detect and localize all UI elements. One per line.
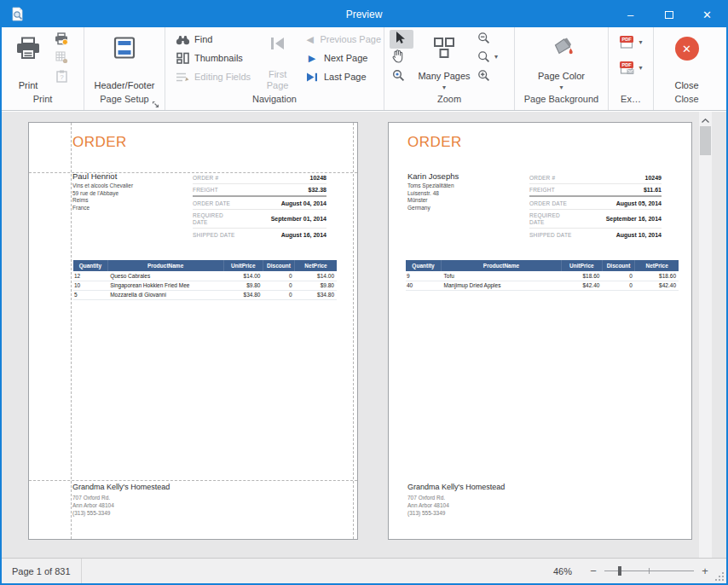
editing-fields-icon: [175, 72, 190, 83]
print-group-label: Print: [2, 94, 84, 110]
printer-icon: [15, 37, 41, 63]
info-value: 10249: [645, 175, 662, 181]
company-address-line: 707 Oxford Rd.: [407, 494, 505, 501]
customer-address-line: 59 rue de l'Abbaye: [72, 190, 133, 198]
customer-name: Karin Josephs: [407, 171, 459, 181]
info-label: SHIPPED DATE: [529, 232, 572, 238]
table-row: 10Singaporean Hokkien Fried Mee$9.800$9.…: [73, 281, 337, 290]
svg-text:PDF: PDF: [622, 37, 633, 42]
page-setup-dialog-launcher-icon[interactable]: [152, 97, 160, 106]
report-page-2[interactable]: ORDER Karin Josephs Toms Spezialitäten L…: [388, 122, 692, 540]
scrollbar-thumb[interactable]: [700, 126, 711, 155]
maximize-icon: [665, 11, 673, 19]
status-bar: Page 1 of 831 46% − +: [2, 558, 726, 583]
quick-print-button[interactable]: [51, 31, 72, 49]
export-pdf-dropdown-icon: ▾: [638, 39, 642, 46]
info-value: $11.61: [644, 187, 662, 193]
last-page-button[interactable]: Last Page: [302, 67, 384, 86]
zoom-out-button[interactable]: [475, 30, 511, 49]
ribbon-group-page-setup: Header/Footer Page Setup: [84, 27, 165, 110]
zoom-slider-center-tick: [649, 568, 650, 574]
close-preview-button[interactable]: ✕ Close: [663, 30, 711, 94]
ribbon-group-export: PDF ▾ PDF ▾ Ex…: [609, 27, 654, 110]
resize-grip[interactable]: [715, 572, 724, 581]
margin-guide-left: [71, 123, 72, 539]
col-header-productname: ProductName: [107, 260, 223, 271]
find-button[interactable]: Find: [172, 30, 258, 49]
zoom-in-plus-button[interactable]: +: [699, 565, 711, 577]
company-address-line: Ann Arbor 48104: [407, 501, 505, 509]
customer-address-line: Reims: [72, 197, 133, 205]
col-header-unitprice: UnitPrice: [561, 260, 602, 271]
pointer-tool-button[interactable]: [390, 30, 413, 49]
customer-address-line: Toms Spezialitäten: [407, 182, 459, 190]
info-label: ORDER #: [193, 175, 218, 181]
preview-window: Preview – ✕ Print: [0, 0, 728, 585]
export-pdf-button[interactable]: PDF ▾: [616, 34, 644, 53]
thumbnails-button[interactable]: Thumbnails: [172, 49, 258, 67]
company-name: Grandma Kelly's Homestead: [407, 483, 505, 491]
header-footer-button[interactable]: Header/Footer: [89, 30, 160, 94]
magnifier-tool-button[interactable]: [390, 67, 413, 86]
zoom-dropdown-button[interactable]: ▾: [475, 49, 511, 67]
maximize-button[interactable]: [650, 2, 688, 27]
print-options-button[interactable]: [51, 49, 72, 68]
scroll-up-button[interactable]: [699, 112, 712, 125]
table-header-row: Quantity ProductName UnitPrice Discount …: [73, 260, 337, 271]
info-label: FREIGHT: [193, 187, 218, 193]
info-value: August 05, 2014: [616, 200, 662, 206]
zoom-icon: [477, 50, 490, 67]
editing-fields-label: Editing Fields: [194, 72, 251, 82]
previous-page-button[interactable]: ◀ Previous Page: [302, 30, 384, 49]
page-background-group-label: Page Background: [515, 94, 608, 110]
print-button[interactable]: Print: [9, 30, 48, 94]
info-value: September 01, 2014: [271, 216, 326, 222]
margin-guide-right: [353, 123, 354, 539]
minimize-button[interactable]: –: [611, 2, 650, 27]
company-name: Grandma Kelly's Homestead: [72, 483, 170, 491]
next-page-icon: ▶: [304, 53, 320, 64]
company-address-line: Ann Arbor 48104: [72, 501, 170, 509]
page-color-button[interactable]: Page Color ▾: [520, 30, 604, 94]
next-page-button[interactable]: ▶ Next Page: [302, 49, 384, 67]
header-footer-label: Header/Footer: [95, 80, 155, 91]
zoom-slider-thumb[interactable]: [618, 566, 621, 576]
company-phone: (313) 555-3349: [407, 509, 505, 517]
first-page-button[interactable]: First Page: [258, 30, 297, 94]
info-value: 10248: [310, 175, 326, 181]
close-group-label: Close: [654, 94, 719, 110]
send-pdf-email-button[interactable]: PDF ▾: [616, 60, 644, 78]
zoom-out-minus-button[interactable]: −: [587, 565, 599, 577]
table-header-row: Quantity ProductName UnitPrice Discount …: [406, 260, 679, 271]
many-pages-button[interactable]: Many Pages ▾: [413, 30, 475, 94]
editing-fields-button[interactable]: Editing Fields: [172, 67, 258, 86]
export-group-label: Ex…: [609, 94, 653, 110]
ribbon-group-zoom: Many Pages ▾ ▾ Zoom: [384, 27, 515, 110]
ribbon-group-page-background: Page Color ▾ Page Background: [515, 27, 609, 110]
first-page-label: First Page: [263, 69, 292, 91]
info-label: REQUIRED DATE: [529, 212, 563, 226]
vertical-scrollbar[interactable]: [699, 112, 712, 558]
hand-tool-button[interactable]: [390, 49, 413, 67]
window-close-button[interactable]: ✕: [688, 2, 726, 27]
document-properties-button[interactable]: ?: [51, 68, 72, 87]
order-info-panel: ORDER #10249 FREIGHT$11.61 ORDER DATEAug…: [529, 171, 662, 241]
many-pages-dropdown-icon: ▾: [442, 84, 446, 91]
ribbon-group-close: ✕ Close Close: [654, 27, 719, 110]
report-footer: Grandma Kelly's Homestead 707 Oxford Rd.…: [407, 483, 505, 517]
order-info-panel: ORDER #10248 FREIGHT$32.38 ORDER DATEAug…: [193, 171, 326, 241]
header-footer-icon: [113, 37, 136, 62]
order-items-table: Quantity ProductName UnitPrice Discount …: [73, 260, 337, 300]
page-color-label: Page Color: [538, 71, 585, 82]
report-page-1[interactable]: ORDER Paul Henriot Vins et alcools Cheva…: [28, 122, 358, 540]
customer-name: Paul Henriot: [72, 171, 133, 181]
clipboard-question-icon: ?: [56, 70, 67, 86]
zoom-slider[interactable]: [604, 565, 694, 577]
order-items-table: Quantity ProductName UnitPrice Discount …: [406, 260, 679, 291]
table-row: 9Tofu$18.600$18.60: [406, 271, 679, 281]
next-page-label: Next Page: [324, 53, 367, 63]
send-pdf-dropdown-icon: ▾: [638, 65, 642, 72]
table-row: 40Manjimup Dried Apples$42.400$42.40: [406, 281, 679, 290]
zoom-in-button[interactable]: [475, 67, 511, 86]
pdf-email-icon: PDF: [619, 61, 634, 78]
